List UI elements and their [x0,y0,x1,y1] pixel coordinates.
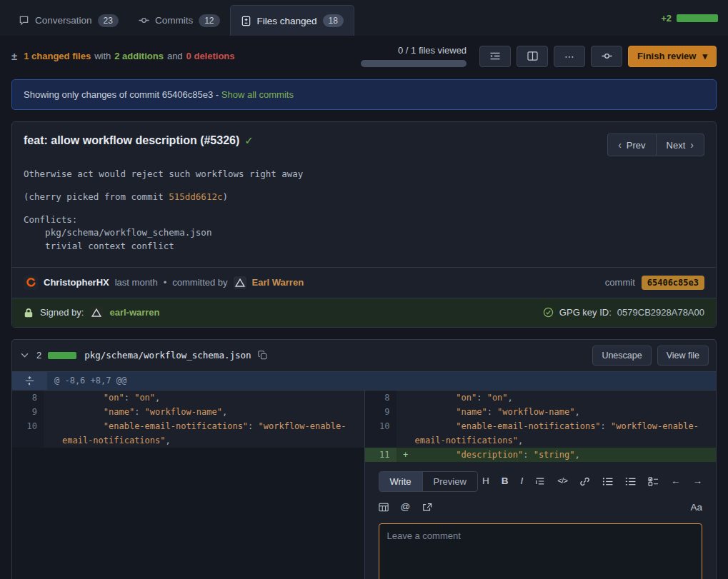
bold-icon[interactable]: B [502,476,509,486]
dot-separator: • [164,277,167,288]
line-number[interactable]: 10 [365,419,397,448]
conflicts-block: Conflicts: pkg/schema/workflow_schema.js… [24,213,704,252]
ellipsis-icon: ⋯ [564,51,574,62]
right-arrow-icon[interactable]: → [693,476,703,486]
reference-icon[interactable] [422,503,432,512]
diff-file-icon [241,16,251,26]
fold-file-button[interactable] [19,353,30,358]
comment-icon [19,15,29,26]
files-viewed: 0 / 1 files viewed [361,45,467,67]
cherry-pick-sha-link[interactable]: 515dd6612c [169,191,222,202]
code-line: "on": "on", [62,391,364,405]
cherry-pick-line: (cherry picked from commit 515dd6612c) [24,191,704,203]
code-icon[interactable]: </> [557,477,567,485]
whitespace-options-button[interactable] [479,46,511,67]
commit-message-body: Otherwise act would reject such workflow… [12,166,716,267]
commit-author-row: ChristopherHX last month • committed by … [12,267,716,298]
diff-sign [397,391,415,405]
diff-file-box: 2 pkg/schema/workflow_schema.json Unesca… [11,339,717,579]
prev-commit-button[interactable]: ‹Prev [607,134,655,156]
lock-icon [24,308,34,318]
tab-conversation[interactable]: Conversation 23 [9,5,129,36]
copy-icon [258,351,267,360]
line-number [12,448,44,462]
line-number[interactable]: 10 [12,419,44,448]
files-viewed-text: 0 / 1 files viewed [398,45,467,56]
task-list-icon[interactable] [648,477,659,486]
code-line: "name": "workflow-name", [415,405,717,419]
line-number[interactable]: 8 [12,391,44,405]
gpg-signed-row: Signed by: earl-warren GPG key ID: 0579C… [12,298,716,327]
commit-header: feat: allow workflow description (#5326)… [12,122,716,166]
tab-label: Commits [155,15,193,26]
line-number[interactable]: 8 [365,391,397,405]
write-tab[interactable]: Write [379,472,422,491]
pr-tab-bar: Conversation 23 Commits 12 Files changed… [0,0,728,36]
link-icon[interactable] [579,476,590,487]
commit-sha-group: commit 65406c85e3 [605,276,704,290]
additions-text: 2 additions [114,51,164,61]
gpg-key-label: GPG key ID: [559,307,612,318]
line-number[interactable]: 11 [365,448,397,462]
tab-files-changed[interactable]: Files changed 18 [230,5,354,36]
committed-by-text: committed by [172,277,227,288]
committer-avatar[interactable] [234,276,246,289]
italic-icon[interactable]: I [521,476,524,486]
preview-tab[interactable]: Preview [422,472,477,491]
diff-row-added: 11+ "description": "string", [365,448,717,462]
tab-label: Conversation [35,15,92,26]
files-count-badge: 18 [323,14,344,27]
reference-icon-glyph [422,503,432,512]
diff-view-toggle-button[interactable] [517,46,548,67]
commit-title-text: feat: allow workflow description (#5326) [24,134,239,146]
diff-sign [44,405,62,419]
commit-icon [602,51,612,61]
more-options-button[interactable]: ⋯ [554,46,585,67]
gpg-key-value: 0579CB2928A78A00 [617,307,704,318]
diff-row: 9 "name": "workflow-name", [12,405,364,419]
ordered-list-icon[interactable] [625,477,636,486]
tab-commits[interactable]: Commits 12 [129,5,230,36]
author-avatar[interactable] [24,276,38,290]
commit-sha-badge[interactable]: 65406c85e3 [642,276,704,290]
table-icon[interactable] [379,503,389,512]
select-commit-button[interactable] [591,46,622,67]
author-name[interactable]: ChristopherHX [44,277,109,288]
commit-title: feat: allow workflow description (#5326)… [24,134,254,148]
link-icon-glyph [579,476,590,487]
expand-hunk-button[interactable] [12,372,47,390]
next-commit-button[interactable]: Next› [656,134,704,156]
line-number[interactable]: 9 [12,405,44,419]
changed-files-link[interactable]: 1 changed files [24,51,91,61]
signer-avatar[interactable] [90,306,103,319]
finish-review-label: Finish review [637,51,696,61]
editor-secondary-toolbar: @ Aa [379,502,703,513]
mention-icon[interactable]: @ [401,502,411,512]
unfold-icon [25,376,34,386]
code-line: "name": "workflow-name", [62,405,364,419]
unescape-button[interactable]: Unescape [592,346,651,366]
left-arrow-icon[interactable]: ← [671,476,681,486]
toolbar-controls: 0 / 1 files viewed ⋯ Finish review ▾ [361,45,717,67]
signer-name[interactable]: earl-warren [109,307,159,318]
code-line: "on": "on", [415,391,717,405]
inline-comment-row: Write Preview H B I </> [12,462,716,579]
diff-left-column: 8 "on": "on",9 "name": "workflow-name",1… [12,391,364,462]
unordered-list-icon[interactable] [602,477,613,486]
comment-textarea[interactable] [379,523,703,579]
finish-review-button[interactable]: Finish review ▾ [628,46,717,67]
hunk-range-text: @ -8,6 +8,7 @@ [47,372,134,390]
gpg-key-group: GPG key ID: 0579CB2928A78A00 [543,307,704,318]
show-all-commits-link[interactable]: Show all commits [221,89,294,100]
file-name[interactable]: pkg/schema/workflow_schema.json [84,350,251,361]
quote-icon[interactable] [535,476,545,486]
committer-name[interactable]: Earl Warren [252,277,304,288]
list-indent-icon [489,51,501,61]
line-number[interactable]: 9 [365,405,397,419]
view-file-button[interactable]: View file [657,346,709,366]
text-size-button[interactable]: Aa [690,502,702,513]
code-line: "enable-email-notifications": "workflow-… [415,419,717,448]
code-line: "enable-email-notifications": "workflow-… [62,419,364,448]
heading-icon[interactable]: H [482,476,489,486]
copy-filename-button[interactable] [258,351,267,360]
